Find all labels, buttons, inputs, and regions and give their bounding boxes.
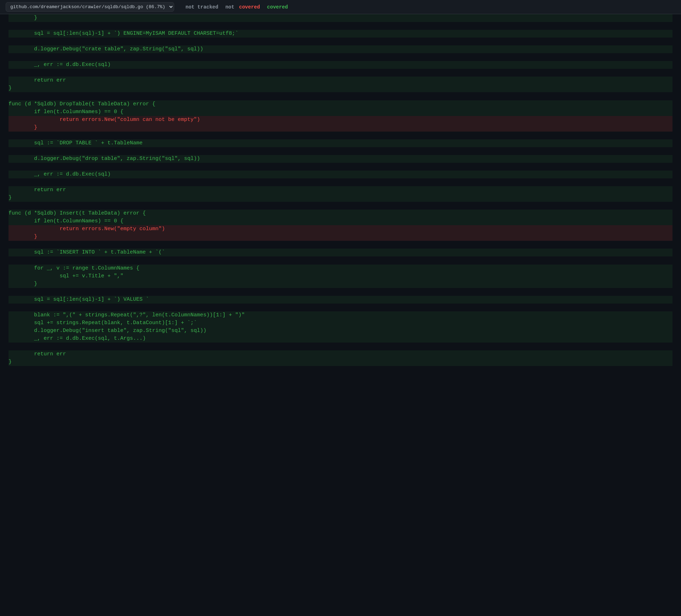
code-line: } [9,84,672,92]
code-line-blank [9,69,672,77]
code-line-blank [9,53,672,61]
coverage-legend: not tracked not covered covered [186,4,288,10]
code-line-blank [9,147,672,155]
code-line: } [9,194,672,202]
code-container: } sql = sql[:len(sql)-1] + `) ENGINE=MyI… [0,14,681,366]
code-line: d.logger.Debug("crate table", zap.String… [9,45,672,53]
code-line-blank [9,256,672,264]
code-line: func (d *Sqldb) DropTable(t TableData) e… [9,100,672,108]
code-line: } [9,280,672,288]
code-line: return err [9,186,672,194]
code-line-blank [9,288,672,296]
code-line: _, err := d.db.Exec(sql) [9,171,672,178]
code-line: func (d *Sqldb) Insert(t TableData) erro… [9,210,672,217]
code-line-blank [9,22,672,30]
header-bar: github.com/dreamerjackson/crawler/sqldb/… [0,0,681,14]
code-line: } [9,14,672,22]
code-line-blank [9,343,672,350]
code-line-blank [9,202,672,210]
code-line-blank [9,163,672,171]
code-line: _, err := d.db.Exec(sql, t.Args...) [9,335,672,343]
legend-covered: covered [267,4,288,10]
code-line-blank [9,241,672,249]
code-line-blank [9,92,672,100]
code-line-blank [9,38,672,45]
code-line: for _, v := range t.ColumnNames { [9,265,672,272]
code-line: } [9,233,672,241]
code-line-blank [9,178,672,186]
code-line: sql = sql[:len(sql)-1] + `) VALUES ` [9,296,672,304]
code-line: return err [9,350,672,358]
code-line: sql := `DROP TABLE ` + t.TableName [9,139,672,147]
code-line-blank [9,304,672,311]
code-line: if len(t.ColumnNames) == 0 { [9,217,672,225]
code-line: return err [9,77,672,84]
code-line: blank := ",(" + strings.Repeat(",?", len… [9,311,672,319]
legend-not-covered: not covered [225,4,260,10]
code-line: sql += strings.Repeat(blank, t.DataCount… [9,319,672,327]
file-select[interactable]: github.com/dreamerjackson/crawler/sqldb/… [6,2,174,12]
code-line: d.logger.Debug("insert table", zap.Strin… [9,327,672,335]
code-line: if len(t.ColumnNames) == 0 { [9,108,672,116]
code-line: return errors.New("empty column") [9,225,672,233]
code-line: } [9,358,672,366]
legend-not-tracked: not tracked [186,4,218,10]
file-selector: github.com/dreamerjackson/crawler/sqldb/… [6,2,174,12]
legend-not-covered-suffix: covered [239,4,260,10]
legend-not-covered-prefix: not [225,4,234,10]
code-line-blank [9,132,672,139]
code-line: } [9,124,672,132]
code-line: return errors.New("column can not be emp… [9,116,672,124]
code-line: sql += v.Title + "," [9,272,672,280]
code-line: d.logger.Debug("drop table", zap.String(… [9,155,672,163]
code-line: sql := `INSERT INTO ` + t.TableName + `(… [9,249,672,256]
code-line: _, err := d.db.Exec(sql) [9,61,672,69]
code-line: sql = sql[:len(sql)-1] + `) ENGINE=MyISA… [9,30,672,38]
